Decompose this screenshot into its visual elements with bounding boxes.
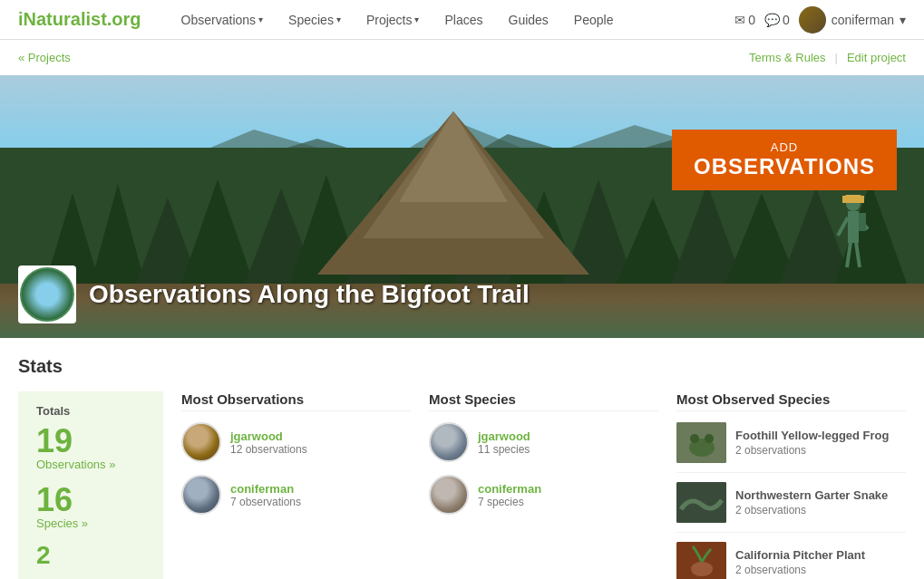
observations-count: 19	[36, 425, 145, 458]
messages-count: 0	[748, 13, 755, 27]
stats-grid: Totals 19 Observations » 16 Species » 2 …	[18, 391, 906, 579]
terms-rules-link[interactable]: Terms & Rules	[749, 51, 826, 64]
nav-people[interactable]: People	[561, 0, 627, 40]
chevron-down-icon: ▾	[414, 14, 419, 24]
most-observations-col: Most Observations jgarwood 12 observatio…	[181, 391, 411, 527]
username[interactable]: jgarwood	[478, 429, 530, 443]
list-item: jgarwood 12 observations	[181, 422, 411, 462]
messages-icon[interactable]: 0	[734, 13, 755, 27]
logo[interactable]: iNaturalist.org	[18, 9, 141, 30]
header-right: 0 0 coniferman ▾	[734, 6, 906, 34]
add-observations-button[interactable]: ADD OBSERVATIONS	[672, 130, 897, 190]
list-item: jgarwood 11 species	[429, 422, 658, 462]
observation-count: 7 observations	[230, 496, 301, 508]
species-thumbnail	[676, 542, 726, 579]
envelope-icon	[734, 13, 745, 27]
hero-title-bar: Observations Along the Bigfoot Trail	[0, 251, 924, 338]
species-obs-count: 2 observations	[735, 504, 888, 516]
user-info: coniferman 7 observations	[230, 482, 301, 508]
user-info: jgarwood 12 observations	[230, 429, 307, 456]
edit-project-link[interactable]: Edit project	[847, 51, 906, 64]
chevron-down-icon: ▾	[900, 13, 906, 27]
observation-count: 12 observations	[230, 443, 307, 456]
svg-marker-21	[399, 111, 508, 202]
svg-line-27	[856, 242, 860, 267]
species-info: California Pitcher Plant 2 observations	[735, 548, 865, 576]
project-logo	[18, 265, 76, 323]
main-nav: Observations ▾ Species ▾ Projects ▾ Plac…	[169, 0, 735, 40]
back-to-projects-link[interactable]: Projects	[18, 51, 71, 64]
species-count: 11 species	[478, 443, 530, 456]
avatar	[181, 422, 221, 462]
logo-text-black: iNaturalist	[18, 9, 107, 29]
svg-rect-30	[859, 213, 866, 231]
nav-places[interactable]: Places	[432, 0, 495, 40]
svg-point-37	[691, 562, 713, 576]
totals-panel: Totals 19 Observations » 16 Species » 2	[18, 391, 163, 579]
species-obs-count: 2 observations	[735, 444, 889, 457]
list-item: Northwestern Garter Snake 2 observations	[676, 482, 906, 533]
observations-link[interactable]: Observations »	[36, 458, 145, 471]
species-info: Northwestern Garter Snake 2 observations	[735, 488, 888, 516]
project-title: Observations Along the Bigfoot Trail	[89, 280, 530, 309]
totals-label: Totals	[36, 404, 145, 418]
avatar	[429, 422, 469, 462]
comment-bubble-icon	[764, 13, 780, 27]
comments-count: 0	[783, 13, 790, 27]
project-logo-image	[20, 267, 74, 322]
hero-banner: ADD OBSERVATIONS Observations Along the …	[0, 75, 924, 338]
identifiers-count: 2	[36, 543, 145, 568]
stats-section: Stats Totals 19 Observations » 16 Specie…	[0, 338, 924, 579]
logo-text-green: .org	[107, 9, 141, 29]
species-info: Foothill Yellow-legged Frog 2 observatio…	[735, 429, 889, 457]
person-silhouette	[833, 195, 874, 279]
comments-icon[interactable]: 0	[764, 13, 790, 27]
nav-projects[interactable]: Projects ▾	[354, 0, 433, 40]
species-thumbnail	[676, 422, 726, 463]
stats-title: Stats	[18, 356, 906, 377]
nav-observations[interactable]: Observations ▾	[169, 0, 276, 40]
most-observed-species-col: Most Observed Species Foothill Yellow-le…	[676, 391, 906, 579]
list-item: coniferman 7 species	[429, 475, 658, 515]
avatar	[181, 475, 221, 515]
svg-point-34	[705, 434, 714, 443]
breadcrumb-right: Terms & Rules | Edit project	[749, 51, 906, 64]
species-name[interactable]: Northwestern Garter Snake	[735, 488, 888, 504]
chevron-down-icon: ▾	[258, 14, 263, 24]
svg-point-33	[690, 434, 699, 443]
list-item: Foothill Yellow-legged Frog 2 observatio…	[676, 422, 906, 473]
avatar	[799, 6, 826, 34]
observations-label: OBSERVATIONS	[694, 154, 875, 179]
username[interactable]: jgarwood	[230, 429, 307, 443]
species-obs-count: 2 observations	[735, 564, 865, 576]
header: iNaturalist.org Observations ▾ Species ▾…	[0, 0, 924, 40]
nav-guides[interactable]: Guides	[496, 0, 561, 40]
list-item: California Pitcher Plant 2 observations	[676, 542, 906, 579]
nav-species[interactable]: Species ▾	[276, 0, 354, 40]
add-label: ADD	[694, 140, 875, 154]
user-info: coniferman 7 species	[478, 482, 541, 508]
breadcrumb-separator: |	[835, 51, 838, 64]
avatar	[429, 475, 469, 515]
breadcrumb: Projects Terms & Rules | Edit project	[0, 40, 924, 75]
username: coniferman	[832, 13, 894, 27]
species-link[interactable]: Species »	[36, 516, 145, 530]
species-count: 16	[36, 484, 145, 516]
most-observed-species-title: Most Observed Species	[676, 391, 906, 411]
svg-rect-29	[842, 196, 864, 203]
username[interactable]: coniferman	[478, 482, 541, 496]
species-count: 7 species	[478, 496, 541, 508]
most-observations-title: Most Observations	[181, 391, 411, 411]
user-menu[interactable]: coniferman ▾	[799, 6, 906, 34]
chevron-down-icon: ▾	[336, 14, 341, 24]
species-thumbnail	[676, 482, 726, 523]
most-species-title: Most Species	[429, 391, 658, 411]
svg-line-26	[847, 242, 851, 267]
username[interactable]: coniferman	[230, 482, 301, 496]
most-species-col: Most Species jgarwood 11 species conifer…	[429, 391, 658, 527]
list-item: coniferman 7 observations	[181, 475, 411, 515]
species-name[interactable]: California Pitcher Plant	[735, 548, 865, 564]
svg-rect-23	[848, 211, 859, 243]
species-name[interactable]: Foothill Yellow-legged Frog	[735, 429, 889, 444]
svg-line-24	[838, 217, 848, 236]
